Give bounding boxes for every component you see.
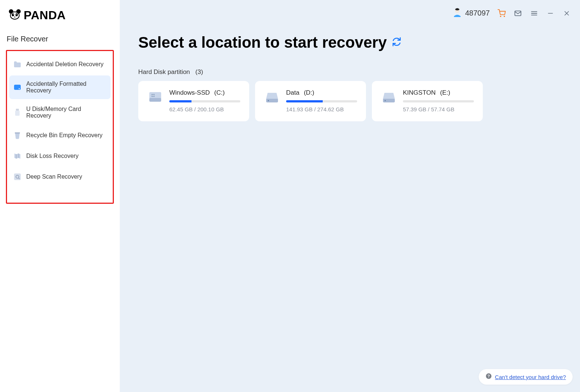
drive-progress	[169, 100, 240, 102]
svg-rect-8	[14, 85, 21, 90]
drive-name: Data	[286, 89, 299, 96]
cart-icon[interactable]	[497, 9, 506, 18]
minimize-icon[interactable]	[546, 9, 555, 18]
svg-point-2	[10, 12, 19, 19]
drive-name: Windows-SSD	[169, 89, 210, 96]
usb-icon	[13, 108, 22, 117]
svg-text:?: ?	[488, 374, 490, 378]
page-title-row: Select a location to start recovery	[138, 34, 562, 51]
svg-point-36	[384, 100, 386, 101]
recycle-bin-icon	[13, 131, 22, 140]
avatar-icon	[452, 7, 462, 19]
sidebar-title: File Recover	[7, 35, 114, 43]
drive-card-0[interactable]: Windows-SSD(C:)62.45 GB / 200.10 GB	[138, 81, 249, 121]
drive-name: KINGSTON	[403, 89, 435, 96]
svg-rect-31	[152, 96, 153, 97]
page-title: Select a location to start recovery	[138, 34, 387, 51]
drive-icon	[264, 89, 280, 105]
mail-icon[interactable]	[513, 9, 522, 18]
main: 487097 Select a location to start recove…	[120, 0, 580, 392]
drive-progress	[286, 100, 357, 102]
sidebar-item-label: Deep Scan Recovery	[26, 173, 82, 180]
panda-icon	[8, 9, 21, 21]
drive-title: Windows-SSD(C:)	[169, 89, 240, 97]
help-link[interactable]: Can't detect your hard drive?	[495, 374, 566, 380]
drive-card-body: KINGSTON(E:)57.39 GB / 57.74 GB	[403, 89, 474, 112]
drive-letter: (D:)	[304, 89, 314, 96]
svg-rect-10	[16, 109, 19, 111]
drive-icon	[147, 89, 163, 105]
map-icon	[13, 152, 22, 160]
drive-icon	[381, 89, 397, 105]
svg-rect-32	[153, 96, 155, 97]
svg-rect-12	[15, 132, 20, 134]
partition-section-text: Hard Disk partition	[138, 68, 190, 75]
sidebar-item-1[interactable]: Accidentally Formatted Recovery	[9, 75, 111, 99]
drive-progress-fill	[286, 100, 323, 102]
svg-point-7	[14, 17, 15, 17]
svg-point-5	[13, 14, 14, 15]
sidebar-item-2[interactable]: U Disk/Memory Card Recovery	[9, 101, 111, 124]
svg-point-17	[500, 16, 501, 17]
app-logo: PANDA	[6, 7, 114, 30]
svg-point-3	[12, 13, 14, 16]
drive-letter: (E:)	[440, 89, 450, 96]
drive-letter: (C:)	[214, 89, 225, 96]
drive-blue-icon	[13, 83, 22, 92]
drive-title: Data(D:)	[286, 89, 357, 97]
sidebar-item-5[interactable]: Deep Scan Recovery	[9, 167, 111, 186]
sidebar-item-label: Accidentally Formatted Recovery	[26, 81, 107, 94]
svg-point-9	[19, 88, 20, 89]
svg-point-6	[16, 14, 17, 15]
sidebar-item-label: Accidental Deletion Recovery	[26, 61, 104, 68]
svg-rect-11	[15, 111, 20, 116]
sidebar-item-4[interactable]: Disk Loss Recovery	[9, 146, 111, 166]
sidebar-item-0[interactable]: Accidental Deletion Recovery	[9, 55, 111, 74]
drive-card-body: Windows-SSD(C:)62.45 GB / 200.10 GB	[169, 89, 240, 112]
folder-icon	[13, 60, 22, 69]
drive-card-body: Data(D:)141.93 GB / 274.62 GB	[286, 89, 357, 112]
drive-usage: 62.45 GB / 200.10 GB	[169, 106, 240, 112]
help-icon: ?	[485, 373, 492, 381]
drive-progress-fill	[169, 100, 191, 102]
scan-icon	[13, 172, 22, 181]
user-id-label: 487097	[465, 9, 490, 17]
sidebar-item-label: U Disk/Memory Card Recovery	[26, 106, 107, 119]
svg-point-34	[268, 100, 269, 101]
svg-point-4	[16, 13, 18, 16]
svg-rect-27	[149, 98, 161, 102]
drive-cards: Windows-SSD(C:)62.45 GB / 200.10 GBData(…	[138, 81, 562, 121]
sidebar-item-3[interactable]: Recycle Bin Empty Recovery	[9, 126, 111, 145]
partition-count: (3)	[196, 68, 203, 75]
svg-rect-30	[153, 94, 155, 95]
app-name: PANDA	[24, 9, 66, 21]
sidebar-item-label: Disk Loss Recovery	[26, 153, 78, 159]
content: Select a location to start recovery Hard…	[120, 19, 580, 121]
drive-usage: 57.39 GB / 57.74 GB	[403, 106, 474, 112]
svg-rect-29	[152, 94, 153, 95]
toolbar-user[interactable]: 487097	[452, 7, 490, 19]
svg-point-18	[504, 16, 505, 17]
drive-card-1[interactable]: Data(D:)141.93 GB / 274.62 GB	[255, 81, 366, 121]
drive-title: KINGSTON(E:)	[403, 89, 474, 97]
help-pill[interactable]: ? Can't detect your hard drive?	[479, 369, 573, 385]
close-icon[interactable]	[562, 9, 571, 18]
refresh-icon[interactable]	[392, 37, 401, 48]
toolbar: 487097	[120, 0, 580, 19]
sidebar-menu: Accidental Deletion RecoveryAccidentally…	[6, 50, 114, 204]
drive-progress	[403, 100, 474, 102]
partition-section-label: Hard Disk partition (3)	[138, 68, 562, 76]
drive-usage: 141.93 GB / 274.62 GB	[286, 106, 357, 112]
sidebar: PANDA File Recover Accidental Deletion R…	[0, 0, 120, 392]
drive-card-2[interactable]: KINGSTON(E:)57.39 GB / 57.74 GB	[372, 81, 483, 121]
menu-icon[interactable]	[530, 9, 539, 18]
svg-rect-13	[14, 173, 21, 180]
sidebar-item-label: Recycle Bin Empty Recovery	[26, 132, 102, 139]
